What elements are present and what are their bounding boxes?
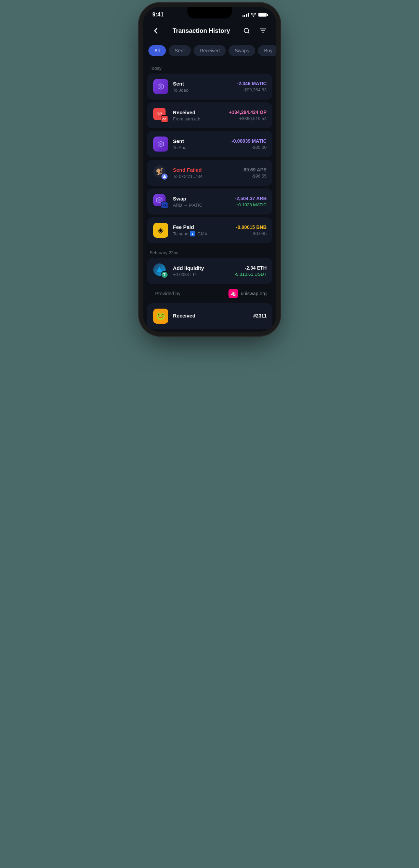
tx-subtitle: To 0×2f21...f34 — [173, 174, 238, 179]
phone-frame: 9:41 — [143, 7, 276, 332]
tx-received-last[interactable]: 🐸 Received #2311 — [147, 303, 272, 329]
tx-add-liquidity[interactable]: T Add liquidity +0.0034 LP -2.34 ETH -5,… — [147, 258, 272, 284]
tx-title-failed: Send Failed — [173, 167, 238, 173]
tx-sent-ana[interactable]: Sent To Ana -0.00039 MATIC -$20.00 — [147, 131, 272, 157]
tx-amount-secondary: +$390,519.54 — [229, 116, 266, 121]
tab-buy[interactable]: Buy — [258, 45, 276, 56]
tx-amounts-fee: -0.00015 BNB -$0.045 — [236, 224, 267, 236]
tx-subtitle: To Joao — [173, 88, 233, 93]
tx-amount-secondary: -$99,364.83 — [237, 87, 267, 92]
tx-amount-primary: +134,294.424 OP — [229, 109, 266, 115]
tx-info-received-sam: Received From sam.eth — [173, 109, 225, 121]
gmx-label: GMX — [197, 231, 208, 236]
date-label-today: Today — [147, 62, 272, 74]
tx-icon-matic-1 — [153, 78, 169, 95]
tx-amounts-sent-ana: -0.00039 MATIC -$20.00 — [232, 138, 266, 150]
tx-info-fee: Fee Paid To send ▲ GMX — [173, 224, 232, 236]
header: Transaction History — [143, 21, 276, 42]
tx-amount-primary: -69.69 APE — [242, 167, 267, 172]
tx-subtitle: +0.0034 LP — [173, 272, 231, 277]
search-button[interactable] — [240, 25, 253, 37]
tx-amounts-received-sam: +134,294.424 OP +$390,519.54 — [229, 109, 266, 121]
uniswap-icon: 🦄 — [228, 289, 238, 298]
tx-amount-eth: -2.34 ETH — [235, 265, 267, 271]
tx-amount-arb: -2,504.37 ARB — [235, 196, 267, 201]
filter-button[interactable] — [257, 25, 269, 37]
battery-icon — [258, 13, 267, 17]
gmx-inline-icon: ▲ — [190, 231, 195, 236]
tab-sent[interactable]: Sent — [169, 45, 191, 56]
tx-title: Sent — [173, 81, 233, 87]
tx-amount-primary: -0.00039 MATIC — [232, 138, 266, 144]
tx-amount-secondary: -$0.045 — [236, 231, 267, 236]
signal-icon — [243, 13, 249, 17]
svg-marker-4 — [159, 143, 162, 145]
wifi-icon — [251, 13, 256, 17]
svg-marker-7 — [158, 199, 161, 202]
tx-icon-bnb: ◈ — [153, 222, 169, 238]
tx-failed-ape[interactable]: 🐒 Send Failed To 0×2f21...f34 -69.69 APE… — [147, 160, 272, 186]
date-label-feb22: February 22nd — [147, 246, 272, 258]
tx-title: Received — [173, 313, 249, 319]
filter-tabs: All Sent Received Swaps Buy Se — [143, 42, 276, 62]
tx-icon-op: OP OP — [153, 107, 169, 124]
tx-amounts-received-last: #2311 — [253, 313, 267, 320]
tx-icon-matic-2 — [153, 136, 169, 152]
tx-subtitle: To Ana — [173, 145, 228, 150]
svg-marker-5 — [163, 175, 166, 178]
tx-info-sent-joao: Sent To Joao — [173, 81, 233, 93]
provided-by-name: uniswap.org — [241, 291, 267, 296]
status-time: 9:41 — [153, 12, 164, 18]
tx-info-failed-ape: Send Failed To 0×2f21...f34 — [173, 167, 238, 179]
svg-marker-8 — [156, 267, 162, 272]
tx-amount-matic: +0.1028 MATIC — [235, 202, 267, 207]
tx-received-sam[interactable]: OP OP Received From sam.eth +134,294.424… — [147, 102, 272, 128]
tx-title: Swap — [173, 196, 231, 202]
tx-title: Received — [173, 109, 225, 115]
tx-amounts-swap: -2,504.37 ARB +0.1028 MATIC — [235, 196, 267, 207]
tx-amounts-sent-joao: -2.346 MATIC -$99,364.83 — [237, 81, 267, 92]
tx-icon-liquidity: T — [153, 263, 169, 279]
tx-amount-usdt: -5,310.61 USDT — [235, 272, 267, 277]
svg-marker-2 — [159, 85, 162, 88]
tx-title: Sent — [173, 138, 228, 144]
back-button[interactable] — [150, 25, 162, 37]
tx-fee-bnb[interactable]: ◈ Fee Paid To send ▲ GMX -0.00015 BNB -$… — [147, 217, 272, 243]
tx-info-liquidity: Add liquidity +0.0034 LP — [173, 265, 231, 277]
tx-sent-joao[interactable]: Sent To Joao -2.346 MATIC -$99,364.83 — [147, 74, 272, 100]
tx-info-received-last: Received — [173, 313, 249, 320]
tx-icon-received-last: 🐸 — [153, 308, 169, 324]
tx-icon-ape: 🐒 — [153, 165, 169, 181]
tx-subtitle-fee: To send ▲ GMX — [173, 231, 232, 236]
tx-swap-arb-matic[interactable]: ⇄ Swap ARB → MATIC -2,504.37 ARB +0.1028… — [147, 189, 272, 215]
tx-amount-primary: -0.00015 BNB — [236, 224, 267, 230]
tx-amounts-failed-ape: -69.69 APE -$96.55 — [242, 167, 267, 179]
provided-by-source: 🦄 uniswap.org — [228, 289, 267, 298]
tab-received[interactable]: Received — [194, 45, 226, 56]
tab-swaps[interactable]: Swaps — [228, 45, 255, 56]
tx-amounts-liquidity: -2.34 ETH -5,310.61 USDT — [235, 265, 267, 277]
tx-title: Add liquidity — [173, 265, 231, 271]
tx-info-sent-ana: Sent To Ana — [173, 138, 228, 150]
provided-by-label: Provided by — [155, 291, 181, 296]
tx-number: #2311 — [253, 313, 267, 319]
tx-info-swap: Swap ARB → MATIC — [173, 196, 231, 208]
header-actions — [240, 25, 269, 37]
tx-amount-secondary: -$96.55 — [242, 173, 267, 179]
tx-title: Fee Paid — [173, 224, 232, 230]
tx-subtitle: From sam.eth — [173, 116, 225, 121]
status-icons — [243, 13, 267, 17]
page-title: Transaction History — [172, 27, 230, 35]
notch — [187, 7, 232, 18]
transaction-list: Today Sent To Joao -2.346 MATIC -$99,364… — [143, 62, 276, 329]
tx-amount-secondary: -$20.00 — [232, 145, 266, 150]
tx-icon-swap: ⇄ — [153, 193, 169, 210]
tx-amount-primary: -2.346 MATIC — [237, 81, 267, 86]
tab-all[interactable]: All — [148, 45, 166, 56]
tx-subtitle: ARB → MATIC — [173, 203, 231, 208]
provided-by-section: Provided by 🦄 uniswap.org — [147, 285, 272, 302]
